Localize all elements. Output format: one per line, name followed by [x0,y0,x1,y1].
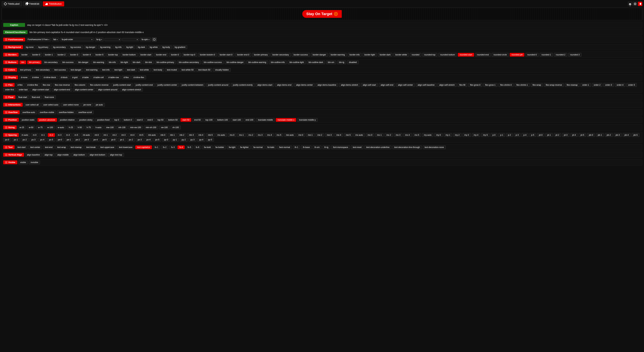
class-option-btn[interactable]: btn [20,60,26,64]
fa-extra2-select[interactable]: ▾ [122,38,139,41]
fa-preview-icon-button[interactable] [152,37,157,41]
class-option-border-light[interactable]: border-light [362,53,377,57]
class-option-ms-5[interactable]: ms-5 [275,133,283,137]
class-option-me-0[interactable]: me-0 [296,133,305,137]
section-header-colors[interactable]: Colors [3,68,17,72]
class-option-min-vw-100[interactable]: min-vw-100 [128,126,143,129]
class-option-align-content-start[interactable]: align-content-start [30,88,51,91]
class-option-d-inline-flex[interactable]: d-inline-flex [132,76,146,79]
class-option-d-none[interactable]: d-none [19,76,29,79]
class-option-mx-3[interactable]: mx-3 [394,133,402,137]
class-option-d-block[interactable]: d-block [59,76,69,79]
class-option-justify-content-around[interactable]: justify-content-around [206,83,230,87]
class-option-rounded-bottom[interactable]: rounded-bottom [438,53,457,57]
darkmode-button[interactable] [638,2,642,6]
section-header-overflow[interactable]: Overflow [3,110,20,114]
class-option-pe-5[interactable]: pe-5 [100,138,108,142]
class-option-border-4[interactable]: border-4 [81,53,92,57]
class-option-btn-lg[interactable]: btn-lg [337,60,346,64]
section-header-spacing[interactable]: Spacing [3,133,19,137]
class-option-border-info[interactable]: border-info [348,53,362,57]
class-option-w-75[interactable]: w-75 [36,126,44,129]
class-option-start-0[interactable]: start-0 [135,118,144,122]
class-option-rounded-circle[interactable]: rounded-circle [492,53,508,57]
class-option-mt-auto[interactable]: mt-auto [81,133,92,137]
section-header-vertical-align[interactable]: Vertical Align [3,153,24,157]
class-option-bg-white[interactable]: bg-white [148,45,160,49]
class-option-fw-bolder[interactable]: fw-bolder [214,145,226,149]
class-option-mb-auto[interactable]: mb-auto [146,133,158,137]
class-option-me-4[interactable]: me-4 [334,133,343,137]
tab-twebedit[interactable]: TWebEdit [23,1,42,6]
class-option-text-decoration-underline[interactable]: text-decoration-underline [364,145,391,149]
class-option-text-wrap[interactable]: text-wrap [56,145,68,149]
tab-tweblabel[interactable]: TWebLabel [2,1,22,6]
class-option-fs-1[interactable]: fs-1 [153,145,160,149]
fa-extra1-select[interactable]: ▾ [104,38,121,41]
section-header-sizing[interactable]: Sizing [3,125,17,129]
class-option-btn-info[interactable]: btn-info [107,60,118,64]
class-option-mx-4[interactable]: mx-4 [403,133,412,137]
class-option-my-4[interactable]: my-4 [472,133,480,137]
class-option-d-table[interactable]: d-table [80,76,90,79]
class-option-fwst-normal[interactable]: fwst-normal [277,145,292,149]
class-option-me-auto[interactable]: me-auto [284,133,296,137]
class-option-d-flex[interactable]: d-flex [122,76,130,79]
class-option-align-self-end[interactable]: align-self-end [379,83,395,87]
class-option-bottom-0[interactable]: bottom-0 [122,118,134,122]
class-option-border-start-0[interactable]: border-start-0 [218,53,234,57]
class-option-mb-0[interactable]: mb-0 [159,133,167,137]
section-header-text[interactable]: Text [3,145,14,149]
class-option-border-white[interactable]: border-white [394,53,409,57]
class-option-h-25[interactable]: h-25 [67,126,75,129]
class-option-btn-warning[interactable]: btn-warning [91,60,106,64]
class-option-text-end[interactable]: text-end [43,145,54,149]
class-option-ps-2[interactable]: ps-2 [21,138,28,142]
caption-value[interactable]: stay on target <i class="fab fa-jedi-ord… [27,24,108,26]
class-option-btn-outline-warning[interactable]: btn-outline-warning [246,60,268,64]
class-option-ms-0[interactable]: ms-0 [228,133,236,137]
class-option-border-danger[interactable]: border-danger [311,53,328,57]
class-option-px-0[interactable]: px-0 [110,138,117,142]
class-option-fs-3[interactable]: fs-3 [169,145,176,149]
class-option-text-lowercase[interactable]: text-lowercase [117,145,134,149]
section-header-interactions[interactable]: Interactions [3,103,23,107]
class-option-pt-4[interactable]: pt-4 [570,133,578,137]
class-option-p-2[interactable]: p-2 [506,133,513,137]
class-option-order-2[interactable]: order-2 [592,83,602,87]
class-option-m-1[interactable]: m-1 [39,133,47,137]
class-option-m-0[interactable]: m-0 [31,133,38,137]
class-option-position-relative[interactable]: position-relative [58,118,76,122]
section-header-visible[interactable]: Visible [3,160,17,164]
class-option-ms-2[interactable]: ms-2 [247,133,255,137]
class-option-top-50[interactable]: top-50 [156,118,165,122]
class-option-btn-outline-primary[interactable]: btn-outline-primary [155,60,176,64]
class-option-pt-5[interactable]: pt-5 [579,133,586,137]
class-option-mb-4[interactable]: mb-4 [197,133,205,137]
class-option-ps-4[interactable]: ps-4 [38,138,46,142]
class-option-justify-content-center[interactable]: justify-content-center [156,83,179,87]
class-option-text-start[interactable]: text-start [16,145,28,149]
class-option-order-1[interactable]: order-1 [580,83,591,87]
class-option-float-end[interactable]: float-end [30,95,42,99]
class-option-text-white-50[interactable]: text-white-50 [180,68,196,72]
class-option-border-dark[interactable]: border-dark [378,53,392,57]
class-option-w-25[interactable]: w-25 [18,126,26,129]
class-option-flex-grow-1[interactable]: flex-grow-1 [483,83,498,87]
class-option-text-body[interactable]: text-body [152,68,164,72]
class-option-order-5[interactable]: order-5 [626,83,637,87]
class-option-bg-body[interactable]: bg-body [160,45,172,49]
class-option-mb-3[interactable]: mb-3 [187,133,196,137]
class-option-fs-2[interactable]: fs-2 [161,145,168,149]
section-header-background[interactable]: Background [3,45,23,49]
class-option-text-primary[interactable]: text-primary [18,68,33,72]
class-option-border-bottom[interactable]: border-bottom [121,53,138,57]
class-option-flex-shrink-1[interactable]: flex-shrink-1 [514,83,530,87]
class-option-mb-5[interactable]: mb-5 [206,133,214,137]
fa-variant-select[interactable]: fab▾ [52,38,59,41]
class-option-m-5[interactable]: m-5 [72,133,80,137]
class-option-btn-dark[interactable]: btn-dark [131,60,142,64]
class-option-btn-outline-secondary[interactable]: btn-outline-secondary [177,60,201,64]
class-option-btn-outline-dark[interactable]: btn-outline-dark [307,60,325,64]
class-option-pt-0[interactable]: pt-0 [537,133,544,137]
